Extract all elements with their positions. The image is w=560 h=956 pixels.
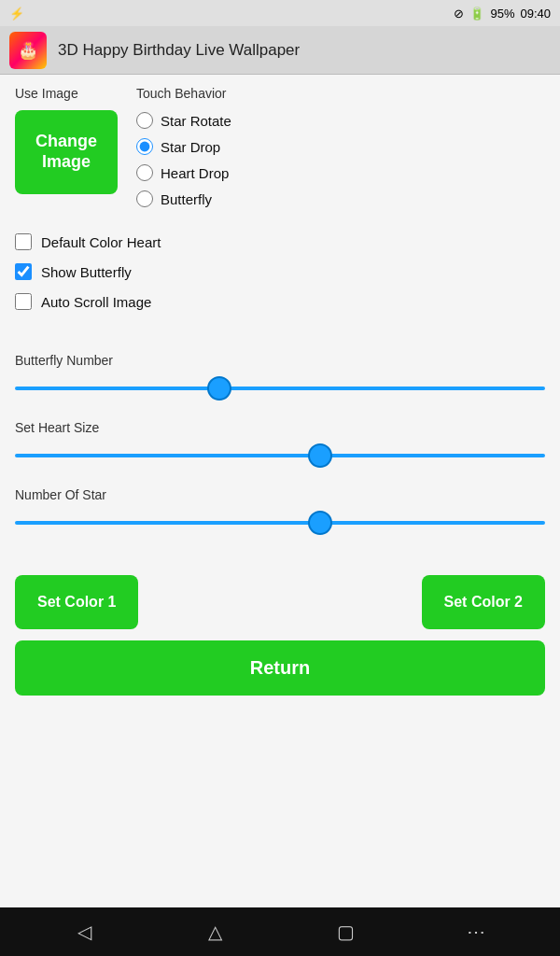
checkbox-item-show-butterfly[interactable]: Show Butterfly [15,263,545,280]
home-button[interactable]: △ [196,921,233,943]
number-of-star-slider[interactable] [15,521,545,525]
app-icon-image: 🎂 [18,40,38,61]
radio-label-heart-drop: Heart Drop [161,165,229,181]
radio-label-star-rotate: Star Rotate [161,113,231,129]
buttons-row: Set Color 1 Set Color 2 [15,575,545,629]
battery-percentage: 95% [490,7,514,21]
status-left: ⚡ [9,7,24,21]
checkbox-default-color-heart[interactable] [15,233,32,250]
butterfly-number-track [15,375,545,401]
checkbox-label-auto-scroll-image: Auto Scroll Image [41,294,151,310]
set-heart-size-slider[interactable] [15,454,545,457]
set-color-2-button[interactable]: Set Color 2 [422,575,545,629]
usb-icon: ⚡ [9,7,24,21]
return-button[interactable]: Return [15,640,545,696]
radio-label-butterfly: Butterfly [161,191,212,207]
radio-butterfly[interactable] [136,190,153,207]
title-bar: 🎂 3D Happy Birthday Live Wallpaper [0,26,560,75]
status-right: ⊘ 🔋 95% 09:40 [454,7,551,21]
battery-icon: 🔋 [469,7,484,21]
main-content: Use Image Change Image Touch Behavior St… [0,75,560,907]
butterfly-number-slider[interactable] [15,387,545,390]
top-section: Use Image Change Image Touch Behavior St… [15,86,545,211]
radio-label-star-drop: Star Drop [161,139,220,155]
set-color-1-button[interactable]: Set Color 1 [15,575,138,629]
touch-behavior-section: Touch Behavior Star Rotate Star Drop Hea… [136,86,231,211]
nav-bar: ◁ △ ▢ ⋯ [0,907,560,956]
checkbox-label-show-butterfly: Show Butterfly [41,264,132,280]
change-image-button[interactable]: Change Image [15,110,118,194]
set-heart-size-track [15,443,545,469]
status-bar: ⚡ ⊘ 🔋 95% 09:40 [0,0,560,26]
no-disturb-icon: ⊘ [454,7,464,21]
checkbox-auto-scroll-image[interactable] [15,293,32,310]
checkbox-item-auto-scroll-image[interactable]: Auto Scroll Image [15,293,545,310]
radio-item-heart-drop[interactable]: Heart Drop [136,161,231,185]
use-image-label: Use Image [15,86,118,101]
time-display: 09:40 [520,7,551,21]
checkbox-item-default-color-heart[interactable]: Default Color Heart [15,233,545,250]
slider-group-butterfly-number: Butterfly Number [15,353,545,401]
checkbox-label-default-color-heart: Default Color Heart [41,234,161,250]
number-of-star-label: Number Of Star [15,487,545,502]
radio-star-drop[interactable] [136,138,153,155]
more-button[interactable]: ⋯ [457,921,495,943]
radio-item-star-drop[interactable]: Star Drop [136,134,231,159]
radio-heart-drop[interactable] [136,164,153,181]
slider-group-set-heart-size: Set Heart Size [15,420,545,469]
back-button[interactable]: ◁ [65,921,103,943]
app-icon: 🎂 [9,32,47,69]
butterfly-number-label: Butterfly Number [15,353,545,368]
app-title: 3D Happy Birthday Live Wallpaper [58,41,300,60]
slider-group-number-of-star: Number Of Star [15,487,545,536]
radio-item-star-rotate[interactable]: Star Rotate [136,108,231,133]
checkbox-show-butterfly[interactable] [15,263,32,280]
use-image-section: Use Image Change Image [15,86,118,211]
sliders-section: Butterfly Number Set Heart Size Number O… [15,353,545,547]
set-heart-size-label: Set Heart Size [15,420,545,435]
checkboxes-section: Default Color Heart Show Butterfly Auto … [15,233,545,310]
radio-item-butterfly[interactable]: Butterfly [136,187,231,211]
touch-behavior-label: Touch Behavior [136,86,231,101]
radio-star-rotate[interactable] [136,112,153,129]
recents-button[interactable]: ▢ [327,921,364,943]
number-of-star-track [15,510,545,536]
